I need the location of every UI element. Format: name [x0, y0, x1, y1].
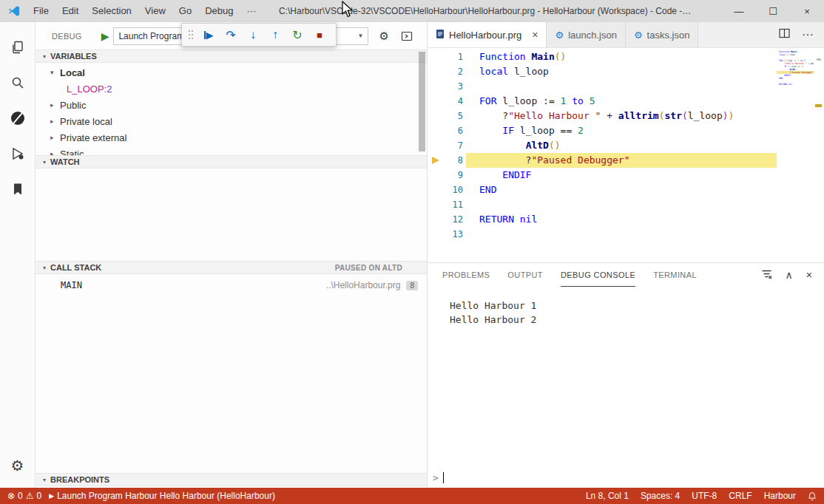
- watch-section-header[interactable]: ▾ WATCH: [36, 155, 427, 168]
- manage-gear-icon[interactable]: ⚙: [0, 448, 36, 483]
- line-number[interactable]: 10: [428, 183, 466, 197]
- line-number[interactable]: 5: [428, 109, 466, 123]
- bell-icon[interactable]: [808, 491, 817, 501]
- more-actions-icon[interactable]: ···: [802, 28, 814, 41]
- menu-file[interactable]: File: [27, 0, 55, 22]
- panel-tab-problems[interactable]: PROBLEMS: [442, 263, 490, 287]
- minimize-button[interactable]: —: [722, 0, 756, 22]
- line-number[interactable]: 6: [428, 123, 466, 138]
- code-line[interactable]: ?"Hello Harbour " + alltrim(str(l_loop)): [466, 109, 777, 123]
- code-line[interactable]: ?"Paused Debugger": [466, 153, 777, 168]
- tab-tasks-json[interactable]: ⚙tasks.json: [626, 22, 698, 47]
- explorer-icon[interactable]: [0, 30, 36, 65]
- continue-button[interactable]: ▶: [197, 24, 220, 46]
- step-out-button[interactable]: ↑: [264, 24, 286, 46]
- status-spaces-4[interactable]: Spaces: 4: [641, 491, 680, 501]
- menu-edit[interactable]: Edit: [55, 0, 85, 22]
- warning-icon: ⚠: [26, 491, 34, 501]
- line-number[interactable]: 2: [428, 64, 466, 79]
- code-line[interactable]: [466, 227, 777, 242]
- search-icon[interactable]: [0, 65, 36, 101]
- code-line[interactable]: RETURN nil: [466, 212, 777, 227]
- variables-item-local[interactable]: ▾Local: [36, 64, 427, 81]
- call-stack-frame[interactable]: MAIN..\HelloHarbour.prg8: [36, 276, 427, 294]
- status-ln-8-col-1[interactable]: Ln 8, Col 1: [586, 491, 629, 501]
- vscode-window: FileEditSelectionViewGoDebug··· C:\Harbo…: [0, 0, 824, 504]
- status-crlf[interactable]: CRLF: [729, 491, 752, 501]
- line-number[interactable]: 3: [428, 79, 466, 94]
- configure-gear-icon[interactable]: ⚙: [379, 30, 388, 43]
- ruler-mark: [817, 58, 821, 61]
- debug-launch-status[interactable]: ▶ Launch Program Harbour Hello Harbour (…: [49, 491, 275, 501]
- line-number[interactable]: 7: [428, 138, 466, 153]
- menu-selection[interactable]: Selection: [85, 0, 138, 22]
- code-line[interactable]: FOR l_loop := 1 to 5: [466, 94, 777, 109]
- panel-tab-terminal[interactable]: TERMINAL: [653, 263, 697, 287]
- variables-section-header[interactable]: ▾ VARIABLES: [36, 50, 427, 63]
- step-into-button[interactable]: ↓: [242, 24, 264, 46]
- tab-launch-json[interactable]: ⚙launch.json: [547, 22, 625, 47]
- line-number[interactable]: 4: [428, 94, 466, 109]
- run-and-debug-icon[interactable]: [0, 136, 36, 171]
- restart-button[interactable]: ↻: [286, 24, 308, 46]
- variables-item-label: Private external: [60, 132, 126, 143]
- toolbar-drag-grip[interactable]: [187, 30, 193, 41]
- split-editor-icon[interactable]: [779, 28, 790, 41]
- chevron-down-icon: ▾: [50, 69, 60, 76]
- tab-helloharbour-prg[interactable]: HelloHarbour.prg×: [428, 22, 547, 47]
- menu-go[interactable]: Go: [172, 0, 198, 22]
- variables-body: ▾LocalL_LOOP: 2▸Public▸Private local▸Pri…: [36, 63, 427, 155]
- breakpoints-section-header[interactable]: ▾ BREAKPOINTS: [36, 473, 427, 486]
- paused-badge: PAUSED ON ALTD: [335, 264, 402, 272]
- code-line[interactable]: local l_loop: [466, 64, 777, 79]
- variables-item-public[interactable]: ▸Public: [36, 97, 427, 113]
- sidebar-scrollbar[interactable]: [419, 52, 425, 151]
- code-line[interactable]: END: [466, 183, 777, 197]
- chevron-down-icon: ▾: [43, 159, 46, 166]
- tabs-container: HelloHarbour.prg×⚙launch.json⚙tasks.json: [428, 22, 698, 47]
- call-stack-section-title: CALL STACK: [50, 263, 101, 272]
- start-debug-icon[interactable]: ▶: [101, 30, 109, 42]
- overview-ruler[interactable]: [814, 48, 824, 262]
- panel-tab-output[interactable]: OUTPUT: [507, 263, 543, 287]
- close-panel-icon[interactable]: ×: [806, 269, 812, 281]
- vscode-logo-icon[interactable]: [7, 4, 21, 18]
- line-number[interactable]: 13: [428, 227, 466, 242]
- minimap[interactable]: Function Main()local l_loop FOR l_loop :…: [777, 48, 814, 262]
- line-number[interactable]: 8: [428, 153, 466, 168]
- stop-button[interactable]: ■: [308, 24, 331, 46]
- workbench: ⚙ DEBUG ▶ Launch Program Harbour Hello H…: [0, 22, 824, 488]
- problems-status[interactable]: ⊗ 0 ⚠ 0: [7, 491, 41, 501]
- close-button[interactable]: ×: [790, 0, 824, 22]
- menu-more[interactable]: ···: [240, 0, 263, 22]
- filter-icon[interactable]: [761, 269, 772, 282]
- bookmarks-icon[interactable]: [0, 171, 36, 207]
- code-line[interactable]: [466, 197, 777, 212]
- menu-debug[interactable]: Debug: [198, 0, 240, 22]
- variable-entry[interactable]: L_LOOP: 2: [36, 81, 427, 97]
- panel-tab-debug-console[interactable]: DEBUG CONSOLE: [561, 263, 635, 287]
- code-line[interactable]: [466, 79, 777, 94]
- menu-view[interactable]: View: [138, 0, 172, 22]
- variables-item-private-local[interactable]: ▸Private local: [36, 113, 427, 129]
- maximize-button[interactable]: ☐: [756, 0, 790, 22]
- close-icon[interactable]: ×: [532, 29, 538, 41]
- line-number[interactable]: 11: [428, 197, 466, 212]
- line-number[interactable]: 1: [428, 50, 466, 64]
- code-line[interactable]: AltD(): [466, 138, 777, 153]
- code-line[interactable]: IF l_loop == 2: [466, 123, 777, 138]
- status-harbour[interactable]: Harbour: [764, 491, 796, 501]
- maximize-panel-chevron-icon[interactable]: ∧: [786, 269, 793, 281]
- harbour-extension-icon[interactable]: [0, 101, 36, 136]
- code-line[interactable]: Function Main(): [466, 50, 777, 64]
- variables-item-static[interactable]: ▸Static: [36, 146, 427, 155]
- status-utf-8[interactable]: UTF-8: [692, 491, 717, 501]
- call-stack-section-header[interactable]: ▾ CALL STACK PAUSED ON ALTD: [36, 261, 427, 274]
- line-number[interactable]: 9: [428, 168, 466, 183]
- open-debug-console-icon[interactable]: [401, 30, 413, 42]
- step-over-button[interactable]: ↷: [220, 24, 242, 46]
- code-line[interactable]: ENDIF: [466, 168, 777, 183]
- debug-console-input[interactable]: >: [433, 472, 444, 483]
- line-number[interactable]: 12: [428, 212, 466, 227]
- variables-item-private-external[interactable]: ▸Private external: [36, 129, 427, 146]
